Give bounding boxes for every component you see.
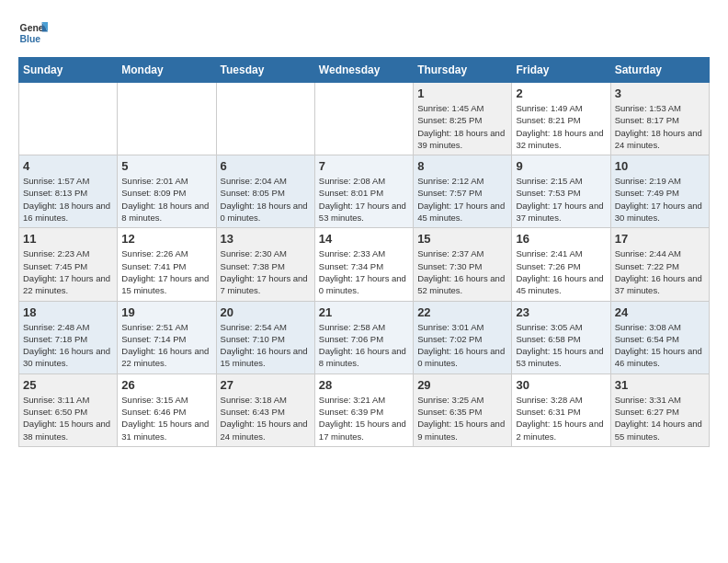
day-cell: 11Sunrise: 2:23 AMSunset: 7:45 PMDayligh… [19,228,118,301]
day-info: Sunrise: 2:37 AMSunset: 7:30 PMDaylight:… [417,247,507,296]
weekday-header-wednesday: Wednesday [314,58,413,83]
logo: General Blue [18,18,48,48]
day-info: Sunrise: 3:11 AMSunset: 6:50 PMDaylight:… [23,394,113,442]
day-info: Sunrise: 2:33 AMSunset: 7:34 PMDaylight:… [319,247,409,296]
day-cell: 5Sunrise: 2:01 AMSunset: 8:09 PMDaylight… [118,155,216,228]
day-cell: 15Sunrise: 2:37 AMSunset: 7:30 PMDayligh… [414,228,512,301]
day-info: Sunrise: 2:51 AMSunset: 7:14 PMDaylight:… [121,321,211,370]
day-info: Sunrise: 3:31 AMSunset: 6:27 PMDaylight:… [615,394,705,442]
day-info: Sunrise: 3:08 AMSunset: 6:54 PMDaylight:… [615,321,705,370]
weekday-header-tuesday: Tuesday [216,58,314,83]
day-cell: 9Sunrise: 2:15 AMSunset: 7:53 PMDaylight… [512,155,610,228]
day-info: Sunrise: 3:25 AMSunset: 6:35 PMDaylight:… [417,394,507,442]
day-cell: 25Sunrise: 3:11 AMSunset: 6:50 PMDayligh… [19,373,118,446]
day-info: Sunrise: 3:28 AMSunset: 6:31 PMDaylight:… [516,394,606,442]
day-cell: 16Sunrise: 2:41 AMSunset: 7:26 PMDayligh… [512,228,610,301]
calendar-table: SundayMondayTuesdayWednesdayThursdayFrid… [18,57,710,447]
svg-text:Blue: Blue [20,34,41,44]
day-info: Sunrise: 2:08 AMSunset: 8:01 PMDaylight:… [319,175,409,224]
day-info: Sunrise: 2:23 AMSunset: 7:45 PMDaylight:… [23,247,113,296]
day-number: 6 [221,159,311,173]
day-number: 26 [121,378,211,392]
day-cell: 19Sunrise: 2:51 AMSunset: 7:14 PMDayligh… [118,301,216,373]
day-info: Sunrise: 2:01 AMSunset: 8:09 PMDaylight:… [121,175,211,224]
day-number: 28 [319,378,409,392]
week-row-3: 11Sunrise: 2:23 AMSunset: 7:45 PMDayligh… [19,228,710,301]
day-cell: 17Sunrise: 2:44 AMSunset: 7:22 PMDayligh… [610,228,709,301]
day-cell: 24Sunrise: 3:08 AMSunset: 6:54 PMDayligh… [610,301,709,373]
week-row-2: 4Sunrise: 1:57 AMSunset: 8:13 PMDaylight… [19,155,710,228]
day-info: Sunrise: 2:48 AMSunset: 7:18 PMDaylight:… [23,321,113,370]
day-number: 30 [516,378,606,392]
day-cell: 26Sunrise: 3:15 AMSunset: 6:46 PMDayligh… [118,373,216,446]
day-info: Sunrise: 1:45 AMSunset: 8:25 PMDaylight:… [417,102,507,151]
day-number: 20 [221,305,311,319]
day-number: 12 [121,232,211,246]
day-number: 5 [121,159,211,173]
day-cell: 7Sunrise: 2:08 AMSunset: 8:01 PMDaylight… [314,155,413,228]
day-cell: 14Sunrise: 2:33 AMSunset: 7:34 PMDayligh… [314,228,413,301]
day-info: Sunrise: 3:18 AMSunset: 6:43 PMDaylight:… [221,394,311,442]
day-number: 14 [319,232,409,246]
day-cell [314,83,413,155]
day-number: 24 [615,305,705,319]
day-cell: 31Sunrise: 3:31 AMSunset: 6:27 PMDayligh… [610,373,709,446]
weekday-header-monday: Monday [118,58,216,83]
day-info: Sunrise: 1:49 AMSunset: 8:21 PMDaylight:… [516,102,606,151]
day-number: 9 [516,159,606,173]
day-info: Sunrise: 2:41 AMSunset: 7:26 PMDaylight:… [516,247,606,296]
weekday-header-thursday: Thursday [414,58,512,83]
week-row-5: 25Sunrise: 3:11 AMSunset: 6:50 PMDayligh… [19,373,710,446]
day-cell: 6Sunrise: 2:04 AMSunset: 8:05 PMDaylight… [216,155,314,228]
day-cell: 2Sunrise: 1:49 AMSunset: 8:21 PMDaylight… [512,83,610,155]
day-number: 13 [221,232,311,246]
week-row-1: 1Sunrise: 1:45 AMSunset: 8:25 PMDaylight… [19,83,710,155]
day-number: 25 [23,378,113,392]
day-info: Sunrise: 3:01 AMSunset: 7:02 PMDaylight:… [417,321,507,370]
day-cell: 18Sunrise: 2:48 AMSunset: 7:18 PMDayligh… [19,301,118,373]
day-cell: 3Sunrise: 1:53 AMSunset: 8:17 PMDaylight… [610,83,709,155]
day-number: 1 [417,86,507,100]
weekday-header-saturday: Saturday [610,58,709,83]
day-info: Sunrise: 2:04 AMSunset: 8:05 PMDaylight:… [221,175,311,224]
day-number: 11 [23,232,113,246]
day-number: 19 [121,305,211,319]
day-number: 17 [615,232,705,246]
day-number: 22 [417,305,507,319]
day-number: 29 [417,378,507,392]
day-number: 4 [23,159,113,173]
day-cell [118,83,216,155]
weekday-header-row: SundayMondayTuesdayWednesdayThursdayFrid… [19,58,710,83]
week-row-4: 18Sunrise: 2:48 AMSunset: 7:18 PMDayligh… [19,301,710,373]
day-info: Sunrise: 2:15 AMSunset: 7:53 PMDaylight:… [516,175,606,224]
day-number: 18 [23,305,113,319]
day-info: Sunrise: 2:44 AMSunset: 7:22 PMDaylight:… [615,247,705,296]
day-cell: 1Sunrise: 1:45 AMSunset: 8:25 PMDaylight… [414,83,512,155]
day-number: 31 [615,378,705,392]
day-number: 2 [516,86,606,100]
day-number: 7 [319,159,409,173]
day-cell: 29Sunrise: 3:25 AMSunset: 6:35 PMDayligh… [414,373,512,446]
day-cell: 23Sunrise: 3:05 AMSunset: 6:58 PMDayligh… [512,301,610,373]
day-cell [216,83,314,155]
logo-icon: General Blue [18,18,48,48]
weekday-header-sunday: Sunday [19,58,118,83]
day-info: Sunrise: 2:30 AMSunset: 7:38 PMDaylight:… [221,247,311,296]
day-number: 23 [516,305,606,319]
day-info: Sunrise: 2:19 AMSunset: 7:49 PMDaylight:… [615,175,705,224]
day-info: Sunrise: 2:58 AMSunset: 7:06 PMDaylight:… [319,321,409,370]
day-info: Sunrise: 2:26 AMSunset: 7:41 PMDaylight:… [121,247,211,296]
day-number: 8 [417,159,507,173]
day-cell: 13Sunrise: 2:30 AMSunset: 7:38 PMDayligh… [216,228,314,301]
day-number: 21 [319,305,409,319]
day-info: Sunrise: 3:05 AMSunset: 6:58 PMDaylight:… [516,321,606,370]
day-info: Sunrise: 2:12 AMSunset: 7:57 PMDaylight:… [417,175,507,224]
weekday-header-friday: Friday [512,58,610,83]
day-info: Sunrise: 1:53 AMSunset: 8:17 PMDaylight:… [615,102,705,151]
day-cell: 20Sunrise: 2:54 AMSunset: 7:10 PMDayligh… [216,301,314,373]
day-number: 10 [615,159,705,173]
day-number: 15 [417,232,507,246]
day-cell: 10Sunrise: 2:19 AMSunset: 7:49 PMDayligh… [610,155,709,228]
day-cell: 12Sunrise: 2:26 AMSunset: 7:41 PMDayligh… [118,228,216,301]
day-number: 16 [516,232,606,246]
